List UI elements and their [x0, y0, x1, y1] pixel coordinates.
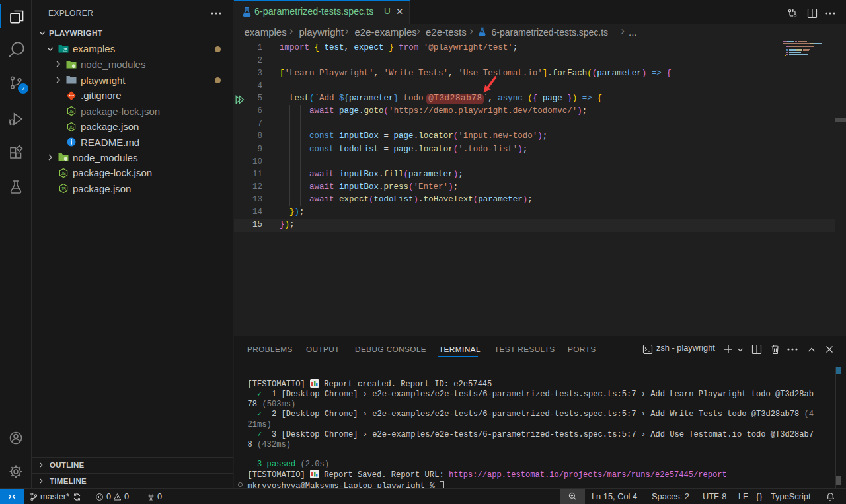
- svg-text:JS: JS: [61, 170, 66, 175]
- svg-text:JS: JS: [69, 124, 74, 129]
- svg-text:JS: JS: [61, 186, 66, 191]
- svg-text:JS: JS: [69, 109, 74, 114]
